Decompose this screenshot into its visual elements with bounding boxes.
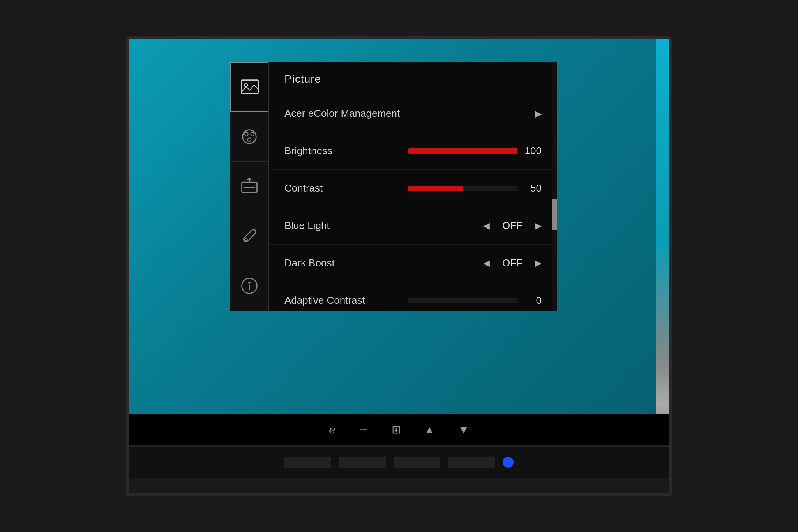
color-icon: [239, 127, 260, 147]
blue-light-selector: ◀ OFF ▶: [483, 220, 542, 232]
monitor: Picture Acer eColor Management ▶ Brightn…: [126, 36, 672, 496]
bezel-btn-3[interactable]: [394, 457, 440, 468]
adaptive-contrast-label: Adaptive Contrast: [284, 294, 394, 307]
monitor-bottom: [129, 447, 669, 493]
blue-light-control: ◀ OFF ▶: [394, 220, 542, 232]
wrench-icon: [239, 226, 260, 246]
svg-point-4: [251, 132, 254, 136]
contrast-fill: [408, 186, 463, 191]
osd-overlay: Picture Acer eColor Management ▶ Brightn…: [230, 62, 557, 311]
blue-light-right-arrow[interactable]: ▶: [535, 221, 542, 231]
brightness-control: 100: [394, 145, 542, 157]
dark-boost-left-arrow[interactable]: ◀: [483, 258, 490, 268]
sidebar-item-system[interactable]: [230, 211, 268, 261]
up-bottom-btn[interactable]: ▲: [424, 424, 435, 436]
dark-boost-value: OFF: [497, 257, 528, 269]
menu-row-adaptive-contrast[interactable]: Adaptive Contrast 0: [269, 282, 557, 319]
menu-title: Picture: [269, 62, 557, 95]
ecolor-label: Acer eColor Management: [284, 107, 400, 120]
down-bottom-btn[interactable]: ▼: [458, 424, 469, 436]
monitor-neck: [383, 478, 415, 493]
osd-sidebar: [230, 62, 269, 311]
svg-point-1: [244, 83, 247, 87]
osd-scrollbar-thumb[interactable]: [552, 199, 557, 230]
monitor-screen: Picture Acer eColor Management ▶ Brightn…: [129, 39, 669, 447]
osd-scrollbar: [552, 62, 557, 311]
dark-boost-label: Dark Boost: [284, 257, 394, 269]
display-icon: [239, 176, 260, 197]
bezel-btn-2[interactable]: [339, 457, 386, 468]
contrast-control: 50: [394, 182, 542, 194]
menu-row-ecolor[interactable]: Acer eColor Management ▶: [269, 95, 557, 132]
sidebar-item-picture[interactable]: [230, 62, 268, 112]
menu-row-blue-light[interactable]: Blue Light ◀ OFF ▶: [269, 207, 557, 245]
power-button[interactable]: [503, 457, 514, 468]
dark-boost-selector: ◀ OFF ▶: [483, 257, 542, 269]
bottom-bar: ℯ ⊣ ⊞ ▲ ▼: [129, 414, 669, 445]
svg-point-14: [248, 282, 250, 284]
picture-icon: [240, 77, 260, 97]
brightness-value: 100: [522, 145, 542, 157]
brightness-track: [408, 148, 517, 154]
menu-row-dark-boost[interactable]: Dark Boost ◀ OFF ▶: [269, 245, 557, 282]
contrast-track: [408, 186, 517, 191]
sidebar-item-display[interactable]: [230, 162, 268, 211]
blue-light-label: Blue Light: [284, 220, 394, 232]
brightness-label: Brightness: [284, 145, 394, 157]
svg-point-5: [247, 138, 251, 141]
bezel-btn-1[interactable]: [284, 457, 331, 468]
ecolor-bottom-btn[interactable]: ℯ: [329, 423, 335, 436]
sidebar-item-info[interactable]: [230, 261, 268, 311]
menu-row-brightness[interactable]: Brightness 100: [269, 132, 557, 170]
info-icon: [239, 276, 260, 296]
monitor-bezel: [129, 447, 669, 478]
contrast-value: 50: [522, 182, 542, 194]
input-bottom-btn[interactable]: ⊣: [359, 423, 368, 436]
adaptive-contrast-value: 0: [522, 294, 542, 307]
teal-bar: [656, 39, 669, 445]
osd-content: Picture Acer eColor Management ▶ Brightn…: [269, 62, 557, 311]
blue-light-left-arrow[interactable]: ◀: [483, 221, 490, 231]
adaptive-contrast-track: [408, 298, 517, 303]
svg-point-3: [245, 132, 248, 136]
sidebar-item-color[interactable]: [230, 112, 268, 162]
dark-boost-right-arrow[interactable]: ▶: [535, 258, 542, 268]
bezel-btn-4[interactable]: [448, 457, 495, 468]
adaptive-contrast-control: 0: [394, 294, 542, 307]
mode-bottom-btn[interactable]: ⊞: [392, 423, 401, 436]
blue-light-value: OFF: [497, 220, 528, 232]
ecolor-chevron: ▶: [535, 108, 542, 119]
contrast-label: Contrast: [284, 182, 394, 194]
brightness-fill: [408, 148, 517, 154]
svg-point-11: [245, 238, 247, 241]
dark-boost-control: ◀ OFF ▶: [394, 257, 542, 269]
menu-row-contrast[interactable]: Contrast 50: [269, 170, 557, 207]
